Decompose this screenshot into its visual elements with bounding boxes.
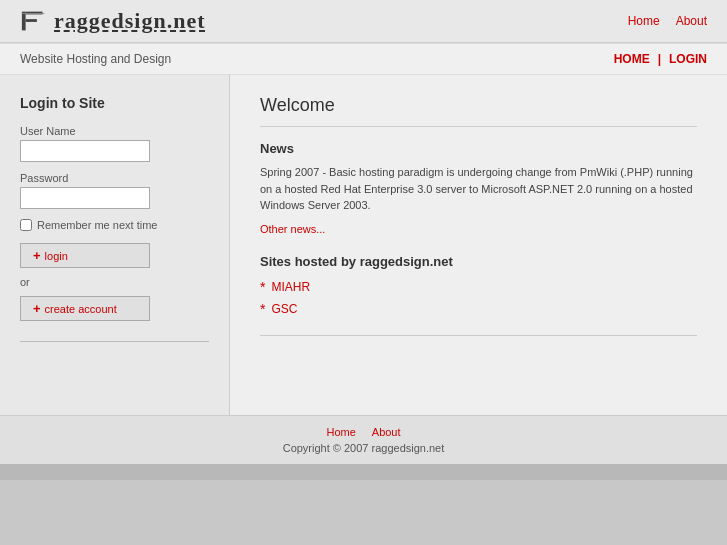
logo-area: raggedsign.net (20, 6, 206, 36)
logo-text: raggedsign.net (54, 8, 206, 34)
welcome-divider (260, 126, 697, 127)
news-section: News Spring 2007 - Basic hosting paradig… (260, 141, 697, 236)
hosted-item-gsc: * GSC (260, 301, 697, 317)
sub-header: Website Hosting and Design HOME | LOGIN (0, 43, 727, 75)
main-content: Login to Site User Name Password Remembe… (0, 75, 727, 415)
logo-icon (20, 6, 50, 36)
top-nav-about[interactable]: About (676, 14, 707, 28)
footer-home[interactable]: Home (326, 426, 355, 438)
remember-row: Remember me next time (20, 219, 209, 231)
create-account-plus-icon: + (33, 301, 41, 316)
other-news-link[interactable]: Other news... (260, 223, 325, 235)
footer-copyright: Copyright © 2007 raggedsign.net (20, 442, 707, 454)
login-title: Login to Site (20, 95, 209, 111)
create-account-btn-label: create account (45, 303, 117, 315)
bottom-bar (0, 464, 727, 480)
hosted-heading: Sites hosted by raggedsign.net (260, 254, 697, 269)
remember-checkbox[interactable] (20, 219, 32, 231)
footer-about[interactable]: About (372, 426, 401, 438)
password-input[interactable] (20, 187, 150, 209)
password-label: Password (20, 172, 209, 184)
or-text: or (20, 276, 209, 288)
news-body: Spring 2007 - Basic hosting paradigm is … (260, 164, 697, 214)
username-input[interactable] (20, 140, 150, 162)
svg-rect-2 (26, 19, 37, 22)
login-plus-icon: + (33, 248, 41, 263)
top-nav-home[interactable]: Home (628, 14, 660, 28)
login-btn-label: login (45, 250, 68, 262)
login-button[interactable]: + login (20, 243, 150, 268)
hosted-item-miahr: * MIAHR (260, 279, 697, 295)
welcome-title: Welcome (260, 95, 697, 116)
hosted-section: Sites hosted by raggedsign.net * MIAHR *… (260, 254, 697, 317)
create-account-button[interactable]: + create account (20, 296, 150, 321)
remember-label: Remember me next time (37, 219, 157, 231)
sub-nav-home[interactable]: HOME (614, 52, 650, 66)
footer-nav: Home About (20, 426, 707, 438)
sub-nav-divider: | (658, 52, 661, 66)
hosted-bullet-miahr: * (260, 279, 265, 295)
right-content: Welcome News Spring 2007 - Basic hosting… (230, 75, 727, 415)
hosted-link-gsc[interactable]: GSC (271, 302, 297, 316)
sidebar-divider (20, 341, 209, 342)
sub-nav-links: HOME | LOGIN (614, 52, 707, 66)
footer: Home About Copyright © 2007 raggedsign.n… (0, 415, 727, 464)
top-nav-links: Home About (628, 14, 707, 28)
hosted-link-miahr[interactable]: MIAHR (271, 280, 310, 294)
right-bottom-divider (260, 335, 697, 336)
sidebar: Login to Site User Name Password Remembe… (0, 75, 230, 415)
sub-nav-login[interactable]: LOGIN (669, 52, 707, 66)
news-heading: News (260, 141, 697, 156)
svg-rect-0 (22, 12, 26, 31)
site-tagline: Website Hosting and Design (20, 52, 171, 66)
top-navigation: raggedsign.net Home About (0, 0, 727, 43)
username-label: User Name (20, 125, 209, 137)
hosted-bullet-gsc: * (260, 301, 265, 317)
